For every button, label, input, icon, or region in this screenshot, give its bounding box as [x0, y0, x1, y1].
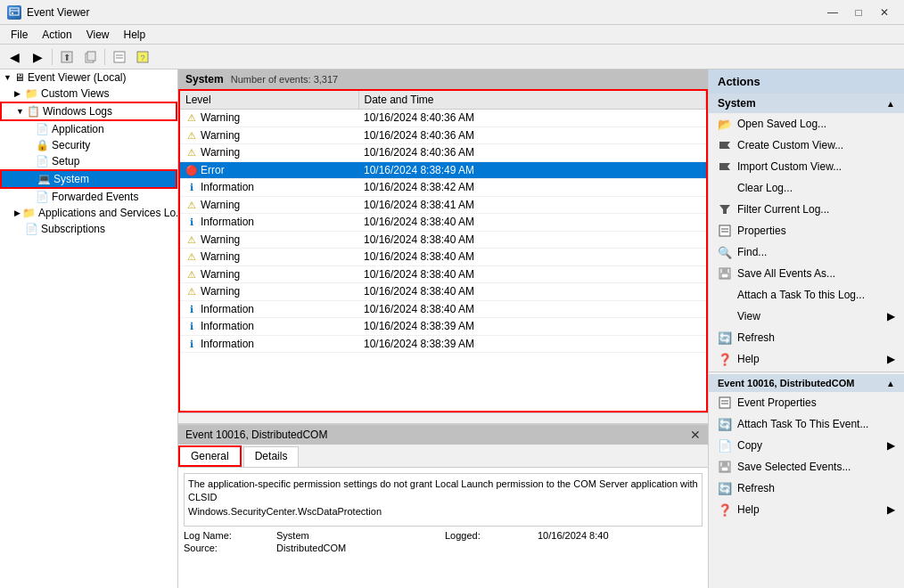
sidebar-item-security[interactable]: 🔒 Security	[0, 137, 177, 153]
action-find[interactable]: 🔍 Find...	[709, 241, 904, 263]
action-refresh[interactable]: 🔄 Refresh	[709, 327, 904, 348]
toolbar-forward-button[interactable]: ▶	[27, 47, 48, 67]
log-name-value: System	[276, 530, 441, 541]
action-filter-current-log[interactable]: Filter Current Log...	[709, 199, 904, 220]
system-section-arrow: ▲	[886, 99, 895, 109]
toolbar-help-button[interactable]: ?	[132, 47, 153, 67]
table-row[interactable]: ℹInformation 10/16/2024 8:38:42 AM	[180, 179, 706, 197]
action-save-all-events[interactable]: Save All Events As...	[709, 263, 904, 284]
sidebar-item-subscriptions[interactable]: 📄 Subscriptions	[0, 221, 177, 237]
sidebar-item-forwarded-events[interactable]: 📄 Forwarded Events	[0, 189, 177, 205]
sidebar-item-custom-views[interactable]: ▶ 📁 Custom Views	[0, 86, 177, 102]
toolbar-copy-button[interactable]	[79, 47, 101, 67]
table-row[interactable]: ⚠Warning 10/16/2024 8:38:40 AM	[180, 249, 706, 266]
sidebar-item-application[interactable]: 📄 Application	[0, 121, 177, 137]
view-arrow-icon: ▶	[887, 310, 895, 323]
action-attach-task[interactable]: Attach a Task To this Log...	[709, 284, 904, 306]
actions-system-title: System	[718, 97, 756, 110]
table-row[interactable]: ⚠Warning 10/16/2024 8:40:36 AM	[180, 110, 706, 127]
detail-close-button[interactable]: ✕	[690, 428, 701, 442]
help2-icon: ❓	[718, 502, 732, 517]
table-row[interactable]: ⚠Warning 10/16/2024 8:38:40 AM	[180, 231, 706, 249]
event-level: ⚠Warning	[180, 249, 358, 266]
event-datetime: 10/16/2024 8:38:39 AM	[358, 335, 706, 353]
menu-help[interactable]: Help	[117, 27, 153, 43]
event-datetime: 10/16/2024 8:38:40 AM	[358, 283, 706, 301]
detail-header: Event 10016, DistributedCOM ✕	[178, 425, 708, 445]
action-help[interactable]: ❓ Help ▶	[709, 348, 904, 370]
event-level: ℹInformation	[180, 335, 358, 353]
table-row[interactable]: ℹInformation 10/16/2024 8:38:40 AM	[180, 214, 706, 232]
toolbar-prop-button[interactable]	[109, 47, 130, 67]
menu-view[interactable]: View	[79, 27, 117, 43]
col-datetime: Date and Time	[358, 91, 706, 110]
actions-separator	[709, 372, 904, 372]
action-find-label: Find...	[737, 246, 767, 258]
save-icon	[718, 266, 732, 281]
logged-label: Logged:	[445, 530, 534, 541]
maximize-button[interactable]: □	[846, 4, 871, 21]
table-row[interactable]: ℹInformation 10/16/2024 8:38:39 AM	[180, 335, 706, 353]
sidebar-label-system: System	[53, 173, 89, 185]
action-refresh2[interactable]: 🔄 Refresh	[709, 478, 904, 499]
event-datetime: 10/16/2024 8:38:40 AM	[358, 249, 706, 266]
menu-file[interactable]: File	[4, 27, 35, 43]
info-icon: ℹ	[185, 321, 198, 333]
app-log-icon: 📄	[36, 123, 49, 135]
table-row[interactable]: ⚠Warning 10/16/2024 8:40:36 AM	[180, 144, 706, 162]
action-copy[interactable]: 📄 Copy ▶	[709, 435, 904, 456]
expand-arrow: ▶	[14, 89, 23, 98]
toolbar-back-button[interactable]: ◀	[4, 47, 25, 67]
action-create-custom-view[interactable]: Create Custom View...	[709, 135, 904, 156]
svg-text:?: ?	[140, 53, 144, 62]
sidebar-item-windows-logs[interactable]: ▼ 📋 Windows Logs	[0, 102, 177, 121]
toolbar-up-button[interactable]: ⬆	[56, 47, 78, 67]
actions-system-section[interactable]: System ▲	[709, 94, 904, 113]
table-row[interactable]: ⚠Warning 10/16/2024 8:38:41 AM	[180, 196, 706, 214]
horizontal-scrollbar[interactable]	[178, 412, 708, 423]
svg-rect-23	[721, 467, 728, 471]
refresh-icon: 🔄	[718, 331, 732, 345]
close-button[interactable]: ✕	[872, 4, 897, 21]
detail-tabs: General Details	[178, 445, 708, 468]
actions-event-section[interactable]: Event 10016, DistributedCOM ▲	[709, 374, 904, 392]
table-row[interactable]: ⚠Warning 10/16/2024 8:40:36 AM	[180, 127, 706, 144]
table-row[interactable]: ⚠Warning 10/16/2024 8:38:40 AM	[180, 265, 706, 283]
menu-action[interactable]: Action	[35, 27, 78, 43]
sidebar-item-apps-services[interactable]: ▶ 📁 Applications and Services Lo...	[0, 205, 177, 221]
menu-bar: File Action View Help	[0, 25, 904, 45]
sidebar-item-setup[interactable]: 📄 Setup	[0, 153, 177, 169]
left-panel: ▼ 🖥 Event Viewer (Local) ▶ 📁 Custom View…	[0, 69, 178, 588]
action-help2-label: Help	[737, 503, 760, 516]
detail-panel: Event 10016, DistributedCOM ✕ General De…	[178, 423, 708, 588]
table-row[interactable]: 🔴Error 10/16/2024 8:38:49 AM	[180, 161, 706, 179]
action-save-selected-events[interactable]: Save Selected Events...	[709, 456, 904, 478]
svg-rect-22	[722, 461, 727, 466]
sidebar-item-system[interactable]: 💻 System	[0, 169, 177, 189]
events-table[interactable]: Level Date and Time ⚠Warning 10/16/2024 …	[178, 89, 708, 412]
tab-general[interactable]: General	[178, 445, 242, 467]
tab-details[interactable]: Details	[243, 446, 300, 467]
warning-icon: ⚠	[185, 129, 198, 142]
action-create-custom-view-label: Create Custom View...	[737, 139, 843, 151]
event-level: ℹInformation	[180, 318, 358, 336]
sidebar-label-forwarded-events: Forwarded Events	[52, 191, 138, 203]
action-clear-log-label: Clear Log...	[737, 182, 793, 194]
action-attach-task-event[interactable]: 🔄 Attach Task To This Event...	[709, 413, 904, 435]
event-level: ⚠Warning	[180, 231, 358, 249]
action-import-custom-view[interactable]: Import Custom View...	[709, 156, 904, 177]
refresh2-icon: 🔄	[718, 481, 732, 495]
action-event-properties[interactable]: Event Properties	[709, 392, 904, 413]
action-view[interactable]: View ▶	[709, 306, 904, 327]
warning-icon: ⚠	[185, 268, 198, 281]
table-row[interactable]: ⚠Warning 10/16/2024 8:38:40 AM	[180, 283, 706, 301]
action-help2[interactable]: ❓ Help ▶	[709, 499, 904, 520]
action-open-saved-log[interactable]: 📂 Open Saved Log...	[709, 113, 904, 135]
center-panel: System Number of events: 3,317 Level Dat…	[178, 69, 708, 588]
sidebar-item-event-viewer-local[interactable]: ▼ 🖥 Event Viewer (Local)	[0, 69, 177, 86]
action-properties[interactable]: Properties	[709, 220, 904, 241]
minimize-button[interactable]: —	[820, 4, 845, 21]
table-row[interactable]: ℹInformation 10/16/2024 8:38:40 AM	[180, 300, 706, 318]
action-clear-log[interactable]: Clear Log...	[709, 177, 904, 199]
table-row[interactable]: ℹInformation 10/16/2024 8:38:39 AM	[180, 318, 706, 336]
